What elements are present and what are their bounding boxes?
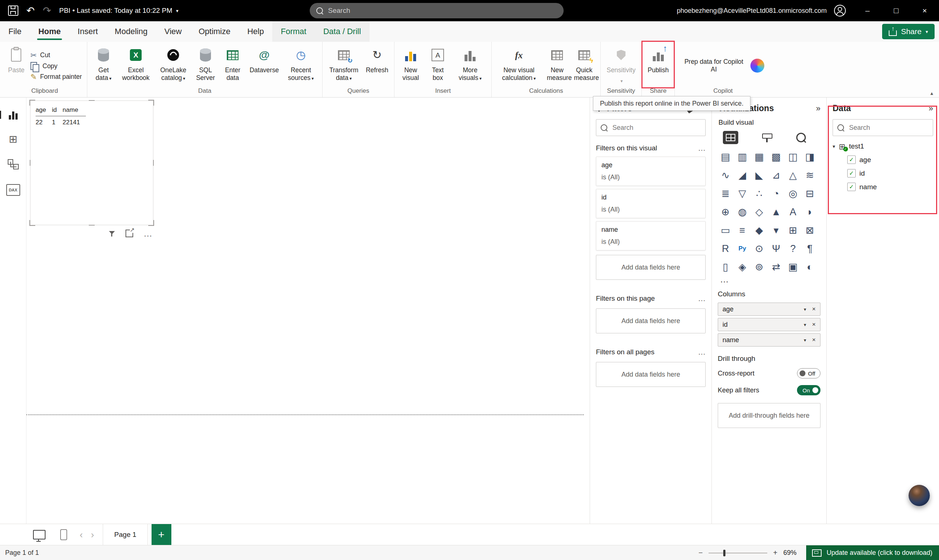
field-item-id[interactable]: ✓ id bbox=[827, 166, 939, 180]
sql-server-button[interactable]: SQL Server bbox=[192, 44, 219, 87]
collapse-table-icon[interactable]: ▾ bbox=[833, 143, 835, 149]
visual-type-map[interactable]: ⊕ bbox=[718, 204, 733, 220]
collapse-ribbon-icon[interactable]: ▴ bbox=[930, 90, 933, 97]
zoom-out-icon[interactable]: − bbox=[698, 549, 703, 557]
tab-optimize[interactable]: Optimize bbox=[190, 21, 239, 42]
section-more-icon[interactable]: … bbox=[698, 350, 706, 354]
checkbox-id[interactable]: ✓ bbox=[847, 169, 856, 177]
prep-data-copilot-button[interactable]: Prep data for Copilot AI bbox=[678, 44, 768, 87]
add-filter-fields-visual[interactable]: Add data fields here bbox=[596, 255, 706, 280]
filter-card-id[interactable]: id is (All) bbox=[596, 189, 706, 218]
visual-type-arcgis-map[interactable]: A bbox=[785, 204, 801, 220]
tab-file[interactable]: File bbox=[0, 21, 30, 42]
field-dropdown-icon[interactable]: ▾ bbox=[804, 322, 806, 328]
sensitivity-button[interactable]: Sensitivity ▾ bbox=[604, 44, 638, 87]
build-visual-tab[interactable] bbox=[723, 131, 738, 144]
visual-type-line-and-clustered-column-chart[interactable]: △ bbox=[785, 168, 801, 183]
data-search[interactable] bbox=[833, 119, 933, 136]
dataverse-button[interactable]: @ Dataverse bbox=[247, 44, 282, 87]
global-search[interactable] bbox=[310, 3, 564, 18]
tab-help[interactable]: Help bbox=[239, 21, 272, 42]
tab-format[interactable]: Format bbox=[272, 21, 315, 42]
transform-data-button[interactable]: ↻ Transform data▾ bbox=[325, 44, 362, 87]
report-canvas[interactable]: age id name 22 1 22141 ↗ … bbox=[26, 98, 590, 524]
visual-type-filled-map[interactable]: ◍ bbox=[735, 204, 750, 220]
visual-type-azure-map[interactable]: ▲ bbox=[768, 204, 784, 220]
more-visuals-button[interactable]: More visuals▾ bbox=[452, 44, 489, 87]
tab-view[interactable]: View bbox=[156, 21, 190, 42]
visual-type-pie-chart[interactable]: ◔ bbox=[768, 186, 784, 202]
document-title[interactable]: PBI • Last saved: Today at 10:22 PM ▾ bbox=[59, 6, 178, 15]
visual-type-qa-visual[interactable]: ? bbox=[785, 241, 801, 256]
visual-type-gauge[interactable]: ◗ bbox=[802, 204, 817, 220]
visual-type-stacked-bar-chart[interactable]: ▤ bbox=[718, 149, 733, 165]
visual-type-line-chart[interactable]: ∿ bbox=[718, 168, 733, 183]
checkbox-age[interactable]: ✓ bbox=[847, 155, 856, 164]
visual-type-card[interactable]: ▭ bbox=[718, 223, 733, 238]
filter-card-age[interactable]: age is (All) bbox=[596, 157, 706, 186]
section-more-icon[interactable]: … bbox=[698, 146, 706, 150]
report-view-button[interactable] bbox=[0, 110, 26, 120]
redo-icon[interactable]: ↷ bbox=[43, 6, 51, 16]
table-visual[interactable]: age id name 22 1 22141 bbox=[30, 100, 153, 225]
visual-type-table[interactable]: ⊞ bbox=[785, 223, 801, 238]
format-visual-tab[interactable] bbox=[761, 131, 774, 144]
visual-type-button[interactable]: ▣ bbox=[785, 259, 801, 275]
field-dropdown-icon[interactable]: ▾ bbox=[804, 306, 806, 312]
section-more-icon[interactable]: … bbox=[698, 297, 706, 301]
visual-type-slicer[interactable]: ▾ bbox=[768, 223, 784, 238]
field-pill-age[interactable]: age ▾ × bbox=[718, 303, 820, 316]
visual-type-more-visual[interactable]: ◐ bbox=[802, 259, 817, 275]
table-view-button[interactable]: ⊞ bbox=[0, 134, 26, 145]
new-measure-button[interactable]: New measure bbox=[544, 44, 570, 87]
format-painter-button[interactable]: ✎ Format painter bbox=[28, 72, 84, 82]
visual-type-stacked-column-chart[interactable]: ▥ bbox=[735, 149, 750, 165]
field-item-age[interactable]: ✓ age bbox=[827, 153, 939, 166]
field-pill-id[interactable]: id ▾ × bbox=[718, 318, 820, 331]
visual-type-line-and-stacked-column-chart[interactable]: ⊿ bbox=[768, 168, 784, 183]
mobile-layout-icon[interactable] bbox=[60, 529, 67, 540]
collapse-data-pane-icon[interactable]: » bbox=[929, 104, 933, 113]
remove-field-icon[interactable]: × bbox=[812, 306, 816, 313]
tab-home[interactable]: Home bbox=[30, 21, 69, 42]
visual-type-area-chart[interactable]: ◢ bbox=[735, 168, 750, 183]
onelake-catalog-button[interactable]: OneLake catalog▾ bbox=[155, 44, 191, 87]
visual-type-100-stacked-bar-chart[interactable]: ◫ bbox=[785, 149, 801, 165]
new-visual-calculation-button[interactable]: fx New visual calculation▾ bbox=[495, 44, 543, 87]
remove-field-icon[interactable]: × bbox=[812, 321, 816, 328]
visual-type-ribbon-chart[interactable]: ≋ bbox=[802, 168, 817, 183]
visual-type-multi-row-card[interactable]: ≡ bbox=[735, 223, 750, 238]
visual-type-funnel-chart[interactable]: ▽ bbox=[735, 186, 750, 202]
copy-button[interactable]: Copy bbox=[28, 61, 84, 71]
visual-type-stacked-area-chart[interactable]: ◣ bbox=[751, 168, 767, 183]
visual-type-power-automate[interactable]: ⇄ bbox=[768, 259, 784, 275]
global-search-input[interactable] bbox=[327, 6, 557, 15]
visual-type-r-script-visual[interactable]: R bbox=[718, 241, 733, 256]
maximize-button[interactable]: □ bbox=[882, 0, 910, 21]
filters-search-input[interactable] bbox=[612, 124, 701, 132]
excel-workbook-button[interactable]: X Excel workbook bbox=[117, 44, 154, 87]
next-page-icon[interactable]: › bbox=[91, 529, 94, 540]
visual-type-clustered-bar-chart[interactable]: ▦ bbox=[751, 149, 767, 165]
visual-type-100-stacked-column-chart[interactable]: ◨ bbox=[802, 149, 817, 165]
field-pill-name[interactable]: name ▾ × bbox=[718, 333, 820, 346]
checkbox-name[interactable]: ✓ bbox=[847, 183, 856, 191]
cut-button[interactable]: ✂ Cut bbox=[28, 51, 84, 60]
visual-type-waterfall-chart[interactable]: ≣ bbox=[718, 186, 733, 202]
remove-field-icon[interactable]: × bbox=[812, 336, 816, 344]
desktop-layout-icon[interactable] bbox=[33, 530, 46, 540]
visual-type-power-apps[interactable]: ◈ bbox=[735, 259, 750, 275]
share-button[interactable]: ↑ Share ▾ bbox=[882, 24, 934, 39]
refresh-button[interactable]: ↻ Refresh bbox=[363, 44, 391, 87]
add-filter-fields-all-pages[interactable]: Add data fields here bbox=[596, 362, 706, 387]
data-search-input[interactable] bbox=[848, 124, 928, 132]
filters-search[interactable] bbox=[596, 119, 706, 136]
visual-type-python-visual[interactable]: Py bbox=[735, 241, 750, 256]
model-view-button[interactable] bbox=[0, 159, 26, 169]
visual-type-key-influencers[interactable]: ⊙ bbox=[751, 241, 767, 256]
new-page-button[interactable]: + bbox=[151, 524, 171, 545]
visual-type-matrix[interactable]: ⊠ bbox=[802, 223, 817, 238]
close-button[interactable]: × bbox=[910, 0, 939, 21]
tab-modeling[interactable]: Modeling bbox=[106, 21, 156, 42]
visual-type-scatter-chart[interactable]: ∴ bbox=[751, 186, 767, 202]
